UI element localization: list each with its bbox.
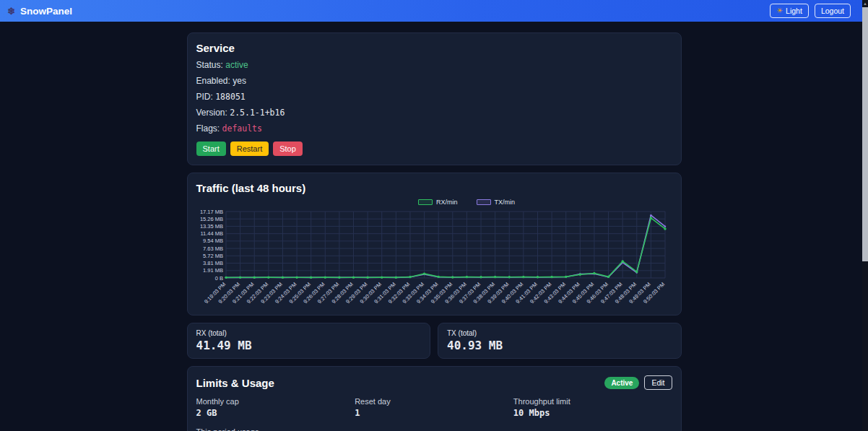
pid-label: PID: [196, 92, 213, 102]
status-value: active [225, 60, 248, 70]
traffic-title: Traffic (last 48 hours) [196, 182, 672, 194]
theme-toggle-button[interactable]: ☀ Light [770, 4, 809, 18]
throughput-label: Throughput limit [513, 397, 672, 406]
reset-day-field: Reset day 1 [355, 397, 513, 418]
service-enabled-row: Enabled: yes [196, 76, 672, 86]
svg-text:13.35 MB: 13.35 MB [199, 223, 222, 230]
svg-text:5.72 MB: 5.72 MB [203, 253, 223, 259]
svg-text:17.17 MB: 17.17 MB [199, 209, 222, 215]
limits-fields: Monthly cap 2 GB Reset day 1 Throughput … [196, 397, 672, 418]
rx-legend-swatch [418, 199, 433, 205]
svg-text:9.54 MB: 9.54 MB [203, 238, 223, 244]
svg-text:3.81 MB: 3.81 MB [203, 260, 223, 266]
svg-text:15.26 MB: 15.26 MB [199, 216, 222, 222]
svg-text:7.63 MB: 7.63 MB [203, 245, 223, 252]
legend-item-tx[interactable]: TX/min [477, 199, 516, 206]
enabled-value: yes [233, 76, 246, 86]
tx-total-label: TX (total) [447, 329, 672, 337]
rx-total-card: RX (total) 41.49 MB [187, 323, 431, 359]
page-scrollbar[interactable]: ▲ [862, 0, 868, 431]
chart-legend: RX/min TX/min [261, 199, 672, 206]
tx-legend-swatch [477, 199, 491, 205]
limits-title: Limits & Usage [196, 377, 274, 389]
pid-value: 188051 [215, 92, 246, 102]
rx-legend-label: RX/min [436, 199, 458, 206]
top-navbar: ❄ SnowPanel ☀ Light Logout [0, 0, 868, 22]
start-button[interactable]: Start [196, 142, 226, 156]
svg-text:11.44 MB: 11.44 MB [200, 230, 223, 237]
monthly-cap-field: Monthly cap 2 GB [196, 397, 355, 418]
service-card: Service Status: active Enabled: yes PID:… [187, 32, 682, 165]
service-pid-row: PID: 188051 [196, 92, 672, 102]
traffic-line-chart: 0 B1.91 MB3.81 MB5.72 MB7.63 MB9.54 MB11… [196, 207, 674, 303]
monthly-cap-value: 2 GB [196, 408, 355, 418]
svg-text:1.91 MB: 1.91 MB [203, 267, 223, 274]
svg-text:0 B: 0 B [214, 275, 222, 282]
limits-card: Limits & Usage Active Edit Monthly cap 2… [187, 366, 682, 431]
page-scroll-thumb[interactable] [862, 7, 868, 261]
tx-total-card: TX (total) 40.93 MB [438, 323, 682, 359]
edit-limits-button[interactable]: Edit [644, 375, 672, 390]
stop-button[interactable]: Stop [273, 142, 303, 156]
flags-value: defaults [222, 123, 262, 134]
flags-label: Flags: [196, 123, 220, 134]
service-version-row: Version: 2.5.1-1+b16 [196, 108, 672, 118]
legend-item-rx[interactable]: RX/min [418, 199, 458, 206]
service-status-row: Status: active [196, 60, 672, 70]
scroll-up-icon[interactable]: ▲ [862, 0, 868, 7]
reset-day-label: Reset day [355, 397, 513, 406]
version-value: 2.5.1-1+b16 [230, 108, 285, 118]
snowflake-logo-icon: ❄ [7, 6, 15, 16]
service-title: Service [196, 42, 672, 54]
throughput-field: Throughput limit 10 Mbps [513, 397, 672, 418]
version-label: Version: [196, 108, 227, 118]
service-flags-row: Flags: defaults [196, 123, 672, 134]
reset-day-value: 1 [355, 408, 513, 418]
theme-toggle-label: Light [786, 6, 802, 15]
throughput-value: 10 Mbps [513, 408, 672, 418]
sun-icon: ☀ [776, 7, 783, 14]
brand: ❄ SnowPanel [7, 6, 72, 17]
enabled-label: Enabled: [196, 76, 230, 86]
traffic-card: Traffic (last 48 hours) RX/min TX/min 0 … [187, 173, 682, 315]
rx-total-label: RX (total) [196, 329, 422, 337]
content-column: Service Status: active Enabled: yes PID:… [187, 32, 682, 431]
tx-legend-label: TX/min [495, 199, 516, 206]
active-status-badge: Active [604, 377, 639, 389]
brand-title: SnowPanel [20, 6, 72, 17]
tx-total-value: 40.93 MB [447, 339, 672, 352]
status-label: Status: [196, 60, 223, 70]
rx-total-value: 41.49 MB [196, 339, 422, 352]
logout-button[interactable]: Logout [815, 4, 851, 18]
totals-row: RX (total) 41.49 MB TX (total) 40.93 MB [187, 323, 682, 359]
monthly-cap-label: Monthly cap [196, 397, 355, 406]
restart-button[interactable]: Restart [230, 142, 269, 156]
period-usage-label: This period usage [196, 427, 672, 431]
